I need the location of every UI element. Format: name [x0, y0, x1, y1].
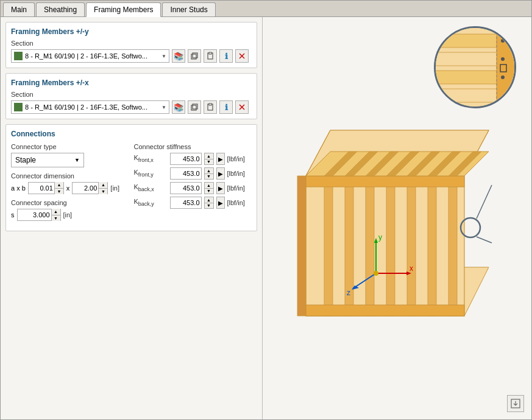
- connector-spacing-group: Connector spacing s 3.000 ▲ ▼: [11, 199, 129, 221]
- dim-b-up[interactable]: ▲: [99, 182, 107, 189]
- dim-a-up[interactable]: ▲: [55, 182, 63, 189]
- svg-rect-17: [324, 176, 333, 316]
- info-icon-y[interactable]: ℹ: [219, 49, 233, 63]
- svg-line-47: [477, 237, 492, 243]
- spacing-up[interactable]: ▲: [52, 209, 60, 215]
- svg-rect-20: [386, 176, 395, 316]
- stiffness-down-0[interactable]: ▼: [205, 159, 213, 165]
- framing-x-dropdown[interactable]: 8 - R_M1 60/190 | 2 - 16F-1.3E, Softwo..…: [11, 100, 169, 114]
- svg-line-46: [477, 185, 492, 219]
- green-square-y: [14, 52, 23, 60]
- connections-title: Connections: [11, 130, 252, 138]
- book-icon-y[interactable]: 📚: [172, 49, 185, 63]
- stiffness-arrow-1[interactable]: ▶: [216, 167, 225, 180]
- stiffness-down-1[interactable]: ▼: [205, 174, 213, 180]
- connector-type-group: Connector type Staple ▼: [11, 143, 129, 167]
- stiffness-input-0[interactable]: [170, 153, 202, 165]
- dim-a-down[interactable]: ▼: [55, 189, 63, 195]
- stiffness-label-0: Kfront,x: [134, 154, 168, 163]
- svg-rect-19: [366, 176, 374, 316]
- spacing-down[interactable]: ▼: [52, 215, 60, 222]
- framing-y-row: 8 - R_M1 60/190 | 2 - 16F-1.3E, Softwo..…: [11, 49, 252, 63]
- connector-spacing-label: Connector spacing: [11, 199, 129, 206]
- svg-rect-7: [193, 104, 197, 109]
- svg-rect-22: [428, 176, 436, 316]
- stiffness-label-3: Kback,y: [134, 198, 168, 207]
- green-square-x: [14, 103, 23, 111]
- book-icon-x[interactable]: 📚: [172, 100, 185, 114]
- stiffness-spin-1: ▲ ▼: [204, 167, 214, 180]
- stiffness-value-2[interactable]: [171, 183, 201, 194]
- stiffness-up-0[interactable]: ▲: [205, 153, 213, 159]
- stiffness-label: Connector stiffness: [134, 143, 252, 150]
- svg-text:x: x: [410, 264, 413, 273]
- tab-inner-studs[interactable]: Inner Studs: [162, 2, 215, 16]
- stiffness-up-3[interactable]: ▲: [205, 197, 213, 203]
- chevron-down-icon-x: ▼: [161, 105, 166, 110]
- stiffness-arrow-2[interactable]: ▶: [216, 182, 225, 194]
- export-icon[interactable]: [507, 395, 524, 412]
- dim-b-spinbox[interactable]: 2.00 ▲ ▼: [72, 182, 108, 194]
- svg-rect-1: [193, 53, 197, 58]
- paste-icon-x[interactable]: [204, 100, 217, 114]
- stiffness-value-3[interactable]: [171, 197, 201, 208]
- framing-y-value: 8 - R_M1 60/190 | 2 - 16F-1.3E, Softwo..…: [25, 52, 161, 60]
- stiffness-input-3[interactable]: [170, 197, 202, 209]
- left-panel: Framing Members +/-y Section 8 - R_M1 60…: [1, 17, 263, 419]
- framing-x-value: 8 - R_M1 60/190 | 2 - 16F-1.3E, Softwo..…: [25, 103, 161, 111]
- dim-b-input[interactable]: 2.00: [73, 183, 98, 194]
- spacing-spinbox[interactable]: 3.000 ▲ ▼: [17, 209, 61, 221]
- dim-b-spin-btns: ▲ ▼: [98, 182, 107, 194]
- framing-y-section-label: Section: [11, 40, 252, 47]
- framing-x-section-label: Section: [11, 91, 252, 98]
- stiffness-value-1[interactable]: [171, 168, 201, 179]
- zoom-circle-svg: [436, 28, 516, 108]
- framing-y-dropdown[interactable]: 8 - R_M1 60/190 | 2 - 16F-1.3E, Softwo..…: [11, 49, 169, 63]
- stiffness-input-1[interactable]: [170, 167, 202, 180]
- stiffness-input-2[interactable]: [170, 182, 202, 194]
- stiffness-arrow-0[interactable]: ▶: [216, 153, 225, 165]
- connector-dim-group: Connector dimension a x b 0.01 ▲ ▼: [11, 172, 129, 194]
- stiffness-arrow-3[interactable]: ▶: [216, 197, 225, 209]
- stiffness-row-3: Kback,y ▲ ▼ ▶ [lbf/in]: [134, 197, 252, 209]
- copy-icon-x[interactable]: [188, 100, 201, 114]
- svg-rect-6: [191, 105, 196, 110]
- svg-rect-3: [209, 52, 211, 54]
- stiffness-unit-3: [lbf/in]: [227, 199, 245, 206]
- paste-icon-y[interactable]: [204, 49, 217, 63]
- spacing-s-label: s: [11, 211, 15, 219]
- dim-a-label: a x b: [11, 184, 26, 192]
- connections-section: Connections Connector type Staple ▼ Co: [5, 124, 257, 231]
- right-panel: y x z: [263, 17, 531, 419]
- stiffness-label-2: Kback,x: [134, 183, 168, 192]
- stiffness-row-0: Kfront,x ▲ ▼ ▶ [lbf/in]: [134, 153, 252, 165]
- stiffness-down-3[interactable]: ▼: [205, 203, 213, 209]
- delete-icon-y[interactable]: [235, 49, 249, 63]
- stiffness-up-1[interactable]: ▲: [205, 168, 213, 174]
- tab-framing-members[interactable]: Framing Members: [86, 2, 161, 17]
- dim-a-input[interactable]: 0.01: [29, 183, 54, 194]
- dim-a-spinbox[interactable]: 0.01 ▲ ▼: [28, 182, 64, 194]
- spacing-input[interactable]: 3.000: [18, 209, 51, 220]
- stiffness-value-0[interactable]: [171, 153, 201, 164]
- svg-rect-0: [191, 54, 196, 59]
- spacing-unit: [in]: [63, 211, 73, 219]
- delete-icon-x[interactable]: [235, 100, 249, 114]
- tab-main[interactable]: Main: [3, 2, 35, 16]
- info-icon-x[interactable]: ℹ: [219, 100, 233, 114]
- spacing-spin-btns: ▲ ▼: [51, 209, 60, 221]
- svg-rect-9: [209, 103, 211, 105]
- connector-type-label: Connector type: [11, 143, 129, 150]
- tab-sheathing[interactable]: Sheathing: [36, 2, 85, 16]
- connector-type-select[interactable]: Staple ▼: [11, 153, 84, 167]
- stiffness-up-2[interactable]: ▲: [205, 183, 213, 189]
- dim-b-down[interactable]: ▼: [99, 189, 107, 195]
- stiffness-down-2[interactable]: ▼: [205, 189, 213, 194]
- tab-bar: Main Sheathing Framing Members Inner Stu…: [1, 1, 531, 17]
- connector-dim-row: a x b 0.01 ▲ ▼ x 2.: [11, 182, 129, 194]
- framing-x-row: 8 - R_M1 60/190 | 2 - 16F-1.3E, Softwo..…: [11, 100, 252, 114]
- copy-icon-y[interactable]: [188, 49, 201, 63]
- zoom-circle: [434, 26, 516, 108]
- connector-dim-label: Connector dimension: [11, 172, 129, 180]
- svg-rect-25: [306, 305, 464, 316]
